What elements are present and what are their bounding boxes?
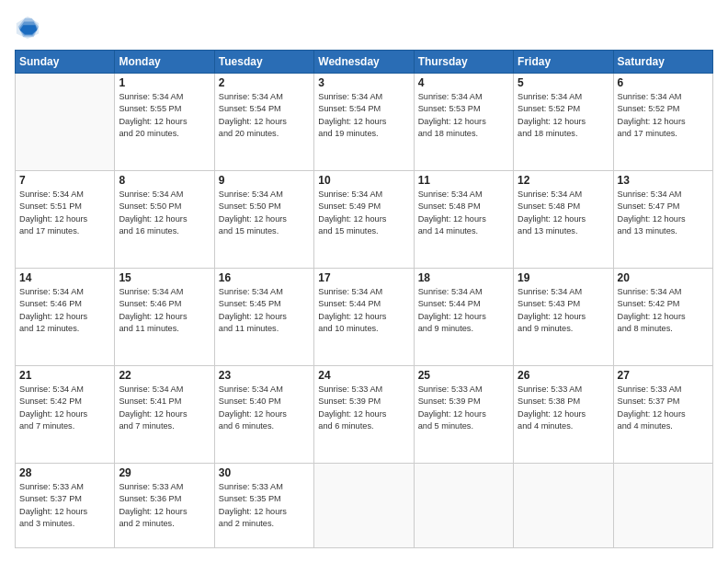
calendar-cell [514, 464, 613, 548]
calendar-cell [16, 74, 115, 171]
cell-info: Sunrise: 5:34 AMSunset: 5:43 PMDaylight:… [518, 286, 609, 335]
cell-info: Sunrise: 5:34 AMSunset: 5:42 PMDaylight:… [618, 286, 709, 335]
calendar-cell [314, 464, 414, 548]
calendar-cell: 16Sunrise: 5:34 AMSunset: 5:45 PMDayligh… [214, 269, 313, 366]
cell-info: Sunrise: 5:33 AMSunset: 5:37 PMDaylight:… [618, 384, 709, 432]
day-number: 24 [318, 369, 409, 382]
calendar-cell: 26Sunrise: 5:33 AMSunset: 5:38 PMDayligh… [514, 366, 613, 464]
day-number: 16 [219, 271, 310, 284]
calendar-table: SundayMondayTuesdayWednesdayThursdayFrid… [15, 50, 713, 548]
calendar-week-4: 21Sunrise: 5:34 AMSunset: 5:42 PMDayligh… [16, 366, 713, 464]
calendar-cell: 23Sunrise: 5:34 AMSunset: 5:40 PMDayligh… [214, 366, 313, 464]
calendar-cell: 6Sunrise: 5:34 AMSunset: 5:52 PMDaylight… [613, 74, 712, 171]
calendar-cell: 17Sunrise: 5:34 AMSunset: 5:44 PMDayligh… [314, 269, 414, 366]
cell-info: Sunrise: 5:33 AMSunset: 5:38 PMDaylight:… [518, 384, 609, 432]
day-number: 9 [219, 174, 310, 187]
calendar-week-2: 7Sunrise: 5:34 AMSunset: 5:51 PMDaylight… [16, 171, 713, 269]
day-number: 12 [518, 174, 609, 187]
day-number: 17 [318, 271, 409, 284]
cell-info: Sunrise: 5:33 AMSunset: 5:36 PMDaylight:… [119, 481, 210, 530]
calendar-cell: 15Sunrise: 5:34 AMSunset: 5:46 PMDayligh… [115, 269, 214, 366]
calendar-week-3: 14Sunrise: 5:34 AMSunset: 5:46 PMDayligh… [16, 269, 713, 366]
cell-info: Sunrise: 5:34 AMSunset: 5:52 PMDaylight:… [518, 91, 609, 140]
cell-info: Sunrise: 5:34 AMSunset: 5:40 PMDaylight:… [219, 384, 310, 432]
calendar-cell: 24Sunrise: 5:33 AMSunset: 5:39 PMDayligh… [314, 366, 414, 464]
cell-info: Sunrise: 5:34 AMSunset: 5:41 PMDaylight:… [119, 384, 210, 432]
day-number: 13 [618, 174, 709, 187]
cell-info: Sunrise: 5:34 AMSunset: 5:55 PMDaylight:… [119, 91, 210, 140]
logo [15, 15, 44, 40]
calendar-cell: 25Sunrise: 5:33 AMSunset: 5:39 PMDayligh… [414, 366, 513, 464]
weekday-header-wednesday: Wednesday [314, 51, 414, 74]
calendar-cell: 9Sunrise: 5:34 AMSunset: 5:50 PMDaylight… [214, 171, 313, 269]
calendar-cell [414, 464, 513, 548]
cell-info: Sunrise: 5:34 AMSunset: 5:46 PMDaylight:… [19, 286, 110, 335]
day-number: 11 [418, 174, 509, 187]
calendar-cell: 29Sunrise: 5:33 AMSunset: 5:36 PMDayligh… [115, 464, 214, 548]
calendar-cell: 5Sunrise: 5:34 AMSunset: 5:52 PMDaylight… [514, 74, 613, 171]
day-number: 1 [119, 76, 210, 89]
calendar-cell: 21Sunrise: 5:34 AMSunset: 5:42 PMDayligh… [16, 366, 115, 464]
day-number: 4 [418, 76, 509, 89]
cell-info: Sunrise: 5:34 AMSunset: 5:51 PMDaylight:… [19, 189, 110, 237]
calendar-cell: 7Sunrise: 5:34 AMSunset: 5:51 PMDaylight… [16, 171, 115, 269]
day-number: 20 [618, 271, 709, 284]
day-number: 19 [518, 271, 609, 284]
calendar-cell: 10Sunrise: 5:34 AMSunset: 5:49 PMDayligh… [314, 171, 414, 269]
cell-info: Sunrise: 5:34 AMSunset: 5:47 PMDaylight:… [618, 189, 709, 237]
day-number: 5 [518, 76, 609, 89]
weekday-header-thursday: Thursday [414, 51, 513, 74]
cell-info: Sunrise: 5:33 AMSunset: 5:37 PMDaylight:… [19, 481, 110, 530]
cell-info: Sunrise: 5:34 AMSunset: 5:52 PMDaylight:… [618, 91, 709, 140]
day-number: 22 [119, 369, 210, 382]
day-number: 23 [219, 369, 310, 382]
day-number: 3 [318, 76, 409, 89]
day-number: 8 [119, 174, 210, 187]
cell-info: Sunrise: 5:34 AMSunset: 5:50 PMDaylight:… [219, 189, 310, 237]
header [15, 15, 713, 40]
day-number: 21 [19, 369, 110, 382]
calendar-cell: 27Sunrise: 5:33 AMSunset: 5:37 PMDayligh… [613, 366, 712, 464]
calendar-week-1: 1Sunrise: 5:34 AMSunset: 5:55 PMDaylight… [16, 74, 713, 171]
cell-info: Sunrise: 5:34 AMSunset: 5:48 PMDaylight:… [418, 189, 509, 237]
cell-info: Sunrise: 5:34 AMSunset: 5:49 PMDaylight:… [318, 189, 409, 237]
page: SundayMondayTuesdayWednesdayThursdayFrid… [0, 0, 728, 563]
cell-info: Sunrise: 5:34 AMSunset: 5:48 PMDaylight:… [518, 189, 609, 237]
cell-info: Sunrise: 5:34 AMSunset: 5:44 PMDaylight:… [318, 286, 409, 335]
calendar-cell: 28Sunrise: 5:33 AMSunset: 5:37 PMDayligh… [16, 464, 115, 548]
calendar-cell: 4Sunrise: 5:34 AMSunset: 5:53 PMDaylight… [414, 74, 513, 171]
weekday-header-saturday: Saturday [613, 51, 712, 74]
calendar-cell: 19Sunrise: 5:34 AMSunset: 5:43 PMDayligh… [514, 269, 613, 366]
day-number: 2 [219, 76, 310, 89]
calendar-cell: 22Sunrise: 5:34 AMSunset: 5:41 PMDayligh… [115, 366, 214, 464]
calendar-cell: 11Sunrise: 5:34 AMSunset: 5:48 PMDayligh… [414, 171, 513, 269]
calendar-cell: 14Sunrise: 5:34 AMSunset: 5:46 PMDayligh… [16, 269, 115, 366]
day-number: 25 [418, 369, 509, 382]
cell-info: Sunrise: 5:33 AMSunset: 5:35 PMDaylight:… [219, 481, 310, 530]
cell-info: Sunrise: 5:34 AMSunset: 5:54 PMDaylight:… [318, 91, 409, 140]
calendar-week-5: 28Sunrise: 5:33 AMSunset: 5:37 PMDayligh… [16, 464, 713, 548]
weekday-header-friday: Friday [514, 51, 613, 74]
day-number: 6 [618, 76, 709, 89]
calendar-cell: 13Sunrise: 5:34 AMSunset: 5:47 PMDayligh… [613, 171, 712, 269]
weekday-header-tuesday: Tuesday [214, 51, 313, 74]
calendar-cell: 30Sunrise: 5:33 AMSunset: 5:35 PMDayligh… [214, 464, 313, 548]
cell-info: Sunrise: 5:34 AMSunset: 5:44 PMDaylight:… [418, 286, 509, 335]
calendar-cell: 20Sunrise: 5:34 AMSunset: 5:42 PMDayligh… [613, 269, 712, 366]
calendar-cell [613, 464, 712, 548]
day-number: 18 [418, 271, 509, 284]
day-number: 10 [318, 174, 409, 187]
day-number: 14 [19, 271, 110, 284]
day-number: 26 [518, 369, 609, 382]
cell-info: Sunrise: 5:34 AMSunset: 5:50 PMDaylight:… [119, 189, 210, 237]
day-number: 30 [219, 466, 310, 479]
logo-icon [15, 15, 40, 40]
day-number: 28 [19, 466, 110, 479]
calendar-cell: 18Sunrise: 5:34 AMSunset: 5:44 PMDayligh… [414, 269, 513, 366]
cell-info: Sunrise: 5:34 AMSunset: 5:45 PMDaylight:… [219, 286, 310, 335]
weekday-header-monday: Monday [115, 51, 214, 74]
cell-info: Sunrise: 5:34 AMSunset: 5:42 PMDaylight:… [19, 384, 110, 432]
day-number: 27 [618, 369, 709, 382]
calendar-cell: 12Sunrise: 5:34 AMSunset: 5:48 PMDayligh… [514, 171, 613, 269]
calendar-cell: 8Sunrise: 5:34 AMSunset: 5:50 PMDaylight… [115, 171, 214, 269]
